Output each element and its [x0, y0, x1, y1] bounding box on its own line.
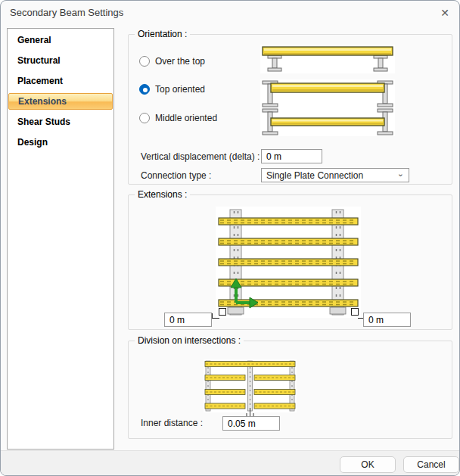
inner-distance-input[interactable] [222, 416, 280, 431]
window-title: Secondary Beam Settings [10, 7, 123, 18]
titlebar: Secondary Beam Settings ✕ [1, 1, 459, 23]
vertical-displacement-input[interactable] [261, 149, 322, 163]
beam-over-top-illustration [260, 45, 395, 73]
sidebar-item-design[interactable]: Design [8, 134, 113, 151]
beam-middle-oriented-illustration [260, 107, 395, 136]
left-dimension-hook [212, 313, 219, 319]
cancel-button[interactable]: Cancel [403, 456, 459, 473]
extensions-group: Extensions : [128, 194, 452, 330]
left-support-marker [219, 308, 226, 316]
beam-top-oriented-illustration [260, 79, 395, 108]
secondary-beam-settings-dialog: Secondary Beam Settings ✕ General Struct… [0, 0, 460, 476]
sidebar-item-general[interactable]: General [8, 32, 113, 48]
sidebar: General Structural Placement Extensions … [7, 28, 114, 450]
start-extension-input[interactable] [164, 313, 212, 327]
sidebar-item-extensions[interactable]: Extensions [8, 93, 113, 110]
radio-icon-unchecked[interactable] [139, 56, 150, 67]
radio-middle-oriented[interactable]: Middle oriented [139, 112, 217, 124]
ok-button[interactable]: OK [340, 456, 396, 473]
vertical-displacement-label: Vertical displacement (delta) : [141, 150, 260, 163]
orientation-group: Orientation : Over the top Top oriented … [128, 34, 452, 185]
division-group-label: Division on intersections : [135, 335, 244, 346]
close-icon: ✕ [440, 7, 449, 19]
connection-type-dropdown[interactable]: Single Plate Connection ⌄ [261, 168, 409, 182]
close-button[interactable]: ✕ [437, 5, 452, 20]
division-group: Division on intersections : [128, 341, 452, 439]
end-extension-input[interactable] [363, 313, 411, 327]
connection-type-value: Single Plate Connection [266, 170, 397, 181]
orientation-group-label: Orientation : [135, 29, 190, 39]
extensions-group-label: Extensions : [135, 189, 190, 200]
footer: OK Cancel [1, 450, 459, 476]
sidebar-item-shear-studs[interactable]: Shear Studs [8, 114, 113, 130]
radio-label: Middle oriented [155, 113, 217, 123]
radio-icon-unchecked[interactable] [139, 113, 150, 123]
division-diagram [204, 359, 297, 420]
extensions-diagram [216, 207, 361, 318]
radio-top-oriented[interactable]: Top oriented [139, 83, 205, 95]
radio-label: Top oriented [155, 84, 205, 95]
sidebar-item-placement[interactable]: Placement [8, 73, 113, 89]
connection-type-label: Connection type : [141, 169, 211, 182]
radio-over-the-top[interactable]: Over the top [139, 55, 205, 67]
radio-icon-checked[interactable] [139, 84, 150, 95]
chevron-down-icon: ⌄ [397, 169, 404, 179]
sidebar-item-structural[interactable]: Structural [8, 52, 113, 69]
inner-distance-label: Inner distance : [141, 416, 203, 430]
radio-label: Over the top [155, 56, 205, 67]
